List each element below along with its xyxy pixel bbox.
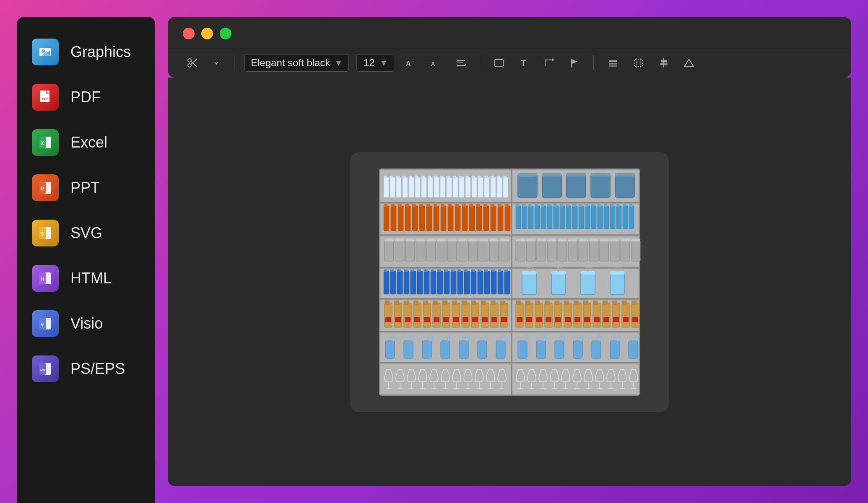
sidebar-item-visio[interactable]: V Visio (17, 301, 155, 346)
svg-rect-178 (604, 204, 607, 207)
svg-rect-91 (484, 177, 489, 197)
svg-rect-242 (397, 271, 403, 294)
svg-rect-115 (391, 204, 395, 207)
svg-rect-282 (551, 273, 566, 295)
sidebar: Graphics PDF PDF X Excel (17, 17, 155, 503)
close-button[interactable] (183, 28, 195, 39)
svg-rect-348 (545, 301, 550, 305)
minimize-button[interactable] (201, 28, 213, 39)
increase-font-button[interactable]: A + (402, 55, 419, 71)
svg-rect-120 (412, 206, 418, 231)
svg-rect-223 (568, 240, 577, 261)
sidebar-item-pdf-label: PDF (70, 88, 101, 106)
svg-rect-194 (416, 240, 425, 261)
svg-rect-292 (610, 273, 624, 295)
svg-rect-231 (610, 240, 619, 261)
svg-rect-298 (385, 303, 392, 327)
svg-rect-371 (622, 303, 629, 327)
align-button[interactable] (655, 55, 673, 71)
svg-rect-225 (579, 240, 588, 261)
svg-text:S: S (41, 231, 44, 236)
svg-rect-197 (426, 239, 436, 241)
svg-rect-190 (395, 240, 404, 261)
svg-rect-169 (579, 206, 584, 229)
sidebar-item-excel[interactable]: X Excel (17, 120, 155, 165)
svg-rect-341 (525, 303, 533, 327)
svg-rect-215 (526, 240, 535, 261)
svg-rect-97 (503, 177, 508, 197)
sidebar-item-html[interactable]: H HTML (17, 256, 155, 301)
svg-rect-217 (537, 240, 546, 261)
pseps-icon: Ps (32, 355, 59, 382)
svg-rect-339 (516, 301, 521, 305)
svg-rect-134 (462, 206, 468, 231)
svg-rect-405 (629, 341, 638, 358)
svg-rect-174 (591, 204, 595, 207)
sidebar-item-svg[interactable]: S SVG (17, 210, 155, 256)
svg-rect-307 (413, 303, 421, 327)
svg-rect-48 (660, 63, 668, 65)
svg-rect-155 (535, 206, 540, 229)
svg-text:X: X (41, 140, 44, 146)
svg-rect-78 (440, 176, 444, 178)
text-tool-button[interactable]: T (515, 55, 533, 71)
toolbar-divider-1 (234, 55, 234, 70)
crop-button[interactable] (630, 55, 647, 71)
scissors-button[interactable] (183, 54, 201, 71)
svg-rect-183 (623, 206, 628, 229)
connector-tool-button[interactable] (541, 55, 558, 71)
font-selector[interactable]: Elegant soft black ▼ (244, 54, 349, 72)
svg-rect-156 (535, 204, 538, 207)
svg-rect-185 (629, 206, 634, 229)
svg-rect-267 (478, 270, 481, 272)
svg-rect-196 (426, 240, 436, 261)
svg-rect-83 (459, 177, 464, 197)
svg-text:Ps: Ps (40, 368, 45, 372)
text-align-button[interactable]: ▼ (452, 55, 470, 71)
sidebar-item-pseps[interactable]: Ps PS/EPS (17, 346, 155, 392)
svg-rect-108 (591, 173, 610, 176)
arrow-down-button[interactable] (209, 56, 224, 70)
svg-rect-328 (481, 303, 489, 327)
sidebar-item-graphics[interactable]: Graphics (17, 29, 155, 75)
svg-rect-135 (462, 204, 466, 207)
svg-rect-385 (446, 335, 452, 338)
svg-rect-332 (491, 301, 496, 305)
svg-rect-366 (603, 301, 608, 305)
svg-rect-352 (555, 317, 561, 322)
svg-rect-384 (441, 341, 450, 358)
svg-rect-374 (632, 303, 639, 327)
svg-rect-150 (516, 204, 519, 207)
svg-rect-85 (465, 177, 470, 197)
svg-rect-260 (457, 271, 463, 294)
mountain-button[interactable] (680, 55, 698, 71)
flag-tool-button[interactable] (566, 55, 583, 71)
svg-rect-375 (632, 301, 637, 305)
svg-rect-42 (609, 65, 617, 67)
svg-rect-74 (428, 176, 431, 178)
svg-rect-398 (560, 335, 566, 338)
svg-rect-86 (465, 176, 469, 178)
svg-rect-324 (463, 317, 468, 322)
svg-rect-224 (568, 239, 577, 241)
svg-rect-118 (405, 206, 411, 231)
svg-rect-205 (468, 239, 478, 241)
svg-rect-349 (546, 317, 551, 322)
svg-rect-308 (413, 301, 418, 305)
maximize-button[interactable] (220, 28, 231, 39)
svg-rect-210 (500, 240, 509, 261)
svg-rect-379 (390, 335, 396, 338)
svg-rect-277 (522, 273, 536, 295)
sidebar-item-ppt[interactable]: P PPT (17, 165, 155, 210)
svg-rect-236 (631, 239, 640, 241)
sidebar-item-pdf[interactable]: PDF PDF (17, 75, 155, 120)
svg-rect-269 (484, 270, 488, 272)
svg-rect-361 (584, 317, 590, 322)
font-size-selector[interactable]: 12 ▼ (356, 54, 394, 72)
rectangle-tool-button[interactable] (490, 55, 508, 71)
svg-rect-200 (447, 240, 457, 261)
layers-button[interactable] (604, 54, 622, 71)
svg-text:H: H (41, 277, 44, 282)
decrease-font-button[interactable]: A - (427, 55, 444, 71)
svg-rect-68 (409, 176, 412, 178)
